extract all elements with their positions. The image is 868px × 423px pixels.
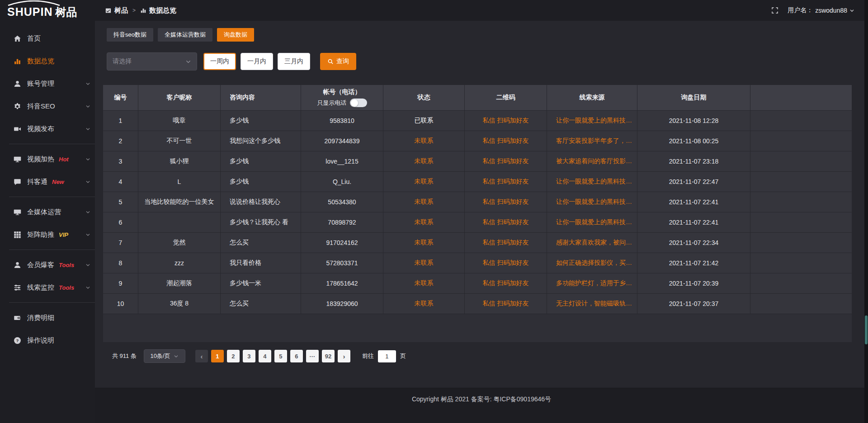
- date-range-group: 一周内一月内三月内: [203, 53, 310, 70]
- logo-text-cn: 树品: [55, 7, 77, 21]
- filter-select-placeholder: 请选择: [113, 57, 132, 66]
- page-button-5[interactable]: 5: [274, 350, 287, 362]
- sidebar: 首页 数据总览 账号管理 抖音SEO 视频发布 视频加热 Hot: [0, 21, 95, 423]
- data-tabs: 抖音seo数据全媒体运营数据询盘数据: [103, 28, 860, 42]
- sidebar-item-matrix-boost[interactable]: 矩阵助推 VIP: [0, 223, 95, 246]
- scrollbar-thumb[interactable]: [865, 315, 868, 344]
- cell-content: 多少钱？让我死心 看: [221, 212, 301, 233]
- brand-logo: SHUPIN 树品: [0, 0, 95, 21]
- page-button-92[interactable]: 92: [322, 350, 335, 362]
- page-button-3[interactable]: 3: [243, 350, 255, 362]
- cell-source-link[interactable]: 感谢大家喜欢我家，被问了好...: [547, 233, 637, 253]
- cell-no: 2: [103, 131, 138, 151]
- cell-qrcode-links[interactable]: 私信 扫码加好友: [465, 273, 547, 294]
- chevron-down-icon: [85, 127, 90, 132]
- range-button-2[interactable]: 三月内: [278, 53, 310, 70]
- cell-qrcode-links[interactable]: 私信 扫码加好友: [465, 192, 547, 212]
- user-icon: [14, 80, 21, 88]
- chevron-down-icon: [85, 210, 90, 215]
- sidebar-item-clue-monitor[interactable]: 线索监控 Tools: [0, 276, 95, 299]
- cell-date: 2021-11-08 00:25: [637, 131, 750, 151]
- page-button-4[interactable]: 4: [259, 350, 271, 362]
- cell-qrcode-links[interactable]: 私信 扫码加好友: [465, 294, 547, 314]
- sidebar-item-badge: Hot: [59, 156, 69, 163]
- cell-qrcode-links[interactable]: 私信 扫码加好友: [465, 151, 547, 172]
- page-button-6[interactable]: 6: [290, 350, 303, 362]
- filter-select[interactable]: 请选择: [107, 52, 197, 70]
- header-status: 状态: [383, 85, 465, 111]
- cell-filler: [750, 273, 852, 294]
- chevron-down-icon: [85, 179, 90, 184]
- cell-qrcode-links[interactable]: 私信 扫码加好友: [465, 131, 547, 151]
- cell-filler: [750, 172, 852, 192]
- sliders-icon: [14, 284, 21, 291]
- cell-nickname: 哦章: [138, 111, 221, 131]
- header-content: 咨询内容: [221, 85, 301, 111]
- cell-date: 2021-11-07 22:47: [637, 172, 750, 192]
- cell-filler: [750, 212, 852, 233]
- cell-source-link[interactable]: 无主灯设计，智能磁吸轨道灯...: [547, 294, 637, 314]
- tab-douyin-seo-data[interactable]: 抖音seo数据: [107, 28, 153, 42]
- app-window: SHUPIN 树品 树品 > 数据总览 用户名： zswodun88: [0, 0, 868, 423]
- cell-source-link[interactable]: 被大家追着问的客厅投影分享...: [547, 151, 637, 172]
- cell-qrcode-links[interactable]: 私信 扫码加好友: [465, 212, 547, 233]
- page-button-1[interactable]: 1: [211, 350, 224, 362]
- range-button-0[interactable]: 一周内: [203, 53, 236, 70]
- breadcrumb-current: 数据总览: [140, 6, 176, 15]
- cell-filler: [750, 111, 852, 131]
- header-date: 询盘日期: [637, 85, 750, 111]
- cell-qrcode-links[interactable]: 私信 扫码加好友: [465, 253, 547, 273]
- goto-page-input[interactable]: [378, 350, 396, 362]
- cell-source-link[interactable]: 多功能护栏灯，适用于乡村文...: [547, 273, 637, 294]
- breadcrumb-separator: >: [132, 7, 136, 14]
- cell-source-link[interactable]: 让你一眼就爱上的黑科技，能...: [547, 172, 637, 192]
- cell-no: 5: [103, 192, 138, 212]
- cell-qrcode-links[interactable]: 私信 扫码加好友: [465, 172, 547, 192]
- tab-inquiry-data[interactable]: 询盘数据: [217, 28, 254, 42]
- cell-qrcode-links[interactable]: 私信 扫码加好友: [465, 233, 547, 253]
- prev-page-button[interactable]: ‹: [195, 350, 208, 362]
- cell-source-link[interactable]: 让你一眼就爱上的黑科技，能...: [547, 212, 637, 233]
- cell-date: 2021-11-07 22:41: [637, 212, 750, 233]
- query-button[interactable]: 查询: [320, 53, 356, 70]
- sidebar-item-douyin-seo[interactable]: 抖音SEO: [0, 95, 95, 118]
- sidebar-item-data-overview[interactable]: 数据总览: [0, 50, 95, 72]
- range-button-1[interactable]: 一月内: [241, 53, 273, 70]
- cell-source-link[interactable]: 让你一眼就爱上的黑科技，能...: [547, 192, 637, 212]
- sidebar-item-home[interactable]: 首页: [0, 27, 95, 50]
- cell-qrcode-links[interactable]: 私信 扫码加好友: [465, 111, 547, 131]
- cell-status: 未联系: [383, 131, 465, 151]
- user-menu[interactable]: 用户名： zswodun88: [788, 6, 854, 14]
- logo-arc: [6, 0, 61, 6]
- cell-nickname: 36度 8: [138, 294, 221, 314]
- next-page-button[interactable]: ›: [338, 350, 350, 362]
- page-ellipsis[interactable]: ···: [306, 350, 319, 362]
- scrollbar: [864, 0, 868, 423]
- header-filler: [750, 85, 852, 111]
- sidebar-item-video-publish[interactable]: 视频发布: [0, 118, 95, 140]
- sidebar-item-label: 视频加热: [27, 155, 54, 164]
- sidebar-item-member-baoke[interactable]: 会员爆客 Tools: [0, 254, 95, 276]
- cell-account: love__1215: [301, 151, 383, 172]
- tab-media-operation-data[interactable]: 全媒体运营数据: [158, 28, 212, 42]
- page-size-select[interactable]: 10条/页: [144, 349, 185, 363]
- help-icon: ?: [14, 337, 21, 344]
- fullscreen-button[interactable]: [771, 7, 778, 14]
- page-button-2[interactable]: 2: [227, 350, 240, 362]
- table-row: 2 不可一世 我想问这个多少钱 2097344839 未联系 私信 扫码加好友 …: [103, 131, 852, 151]
- phone-only-toggle[interactable]: [350, 99, 367, 107]
- chat-icon: [14, 178, 21, 186]
- sidebar-item-video-heat[interactable]: 视频加热 Hot: [0, 148, 95, 170]
- cell-date: 2021-11-08 12:28: [637, 111, 750, 131]
- sidebar-item-consume-detail[interactable]: 消费明细: [0, 306, 95, 329]
- breadcrumb-home[interactable]: 树品: [105, 6, 128, 15]
- sidebar-item-media-operation[interactable]: 全媒体运营: [0, 201, 95, 223]
- cell-source-link[interactable]: 客厅安装投影半年多了，真实...: [547, 131, 637, 151]
- sidebar-item-operation-guide[interactable]: ? 操作说明: [0, 329, 95, 352]
- search-icon: [327, 58, 334, 65]
- cell-source-link[interactable]: 让你一眼就爱上的黑科技，能...: [547, 111, 637, 131]
- sidebar-item-account-manage[interactable]: 账号管理: [0, 72, 95, 95]
- sidebar-item-douketong[interactable]: 抖客通 New: [0, 170, 95, 193]
- cell-source-link[interactable]: 如何正确选择投影仪，买投影...: [547, 253, 637, 273]
- cell-nickname: 不可一世: [138, 131, 221, 151]
